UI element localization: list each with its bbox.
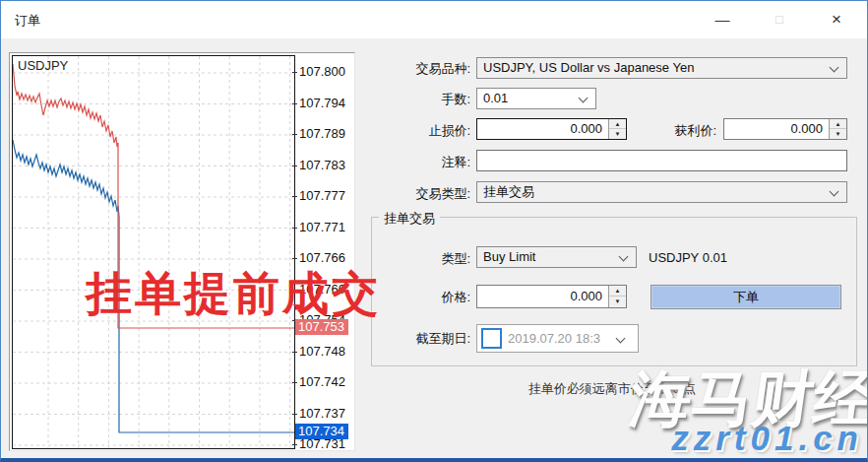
comment-label: 注释: [365, 154, 470, 171]
take-profit-value: 0.000 [724, 119, 827, 139]
axis-price-label: 107.748 [299, 344, 350, 360]
take-profit-stepper[interactable]: ▲ ▼ [829, 119, 846, 139]
price-input[interactable]: 0.000 ▲ ▼ [476, 285, 627, 308]
axis-price-label: 107.766 [299, 250, 350, 266]
spin-up-icon[interactable]: ▲ [830, 119, 846, 129]
axis-price-label: 107.771 [299, 220, 350, 235]
title-bar: 订单 — □ × [1, 1, 867, 38]
chart-lines [13, 56, 294, 448]
chevron-down-icon [830, 63, 839, 73]
site-watermark-name: 海马财经 [625, 358, 868, 440]
axis-price-label: 107.742 [299, 374, 350, 390]
symbol-select[interactable]: USDJPY, US Dollar vs Japanese Yen [476, 57, 847, 79]
symbol-select-value: USDJPY, US Dollar vs Japanese Yen [483, 60, 694, 75]
trade-type-label: 交易类型: [365, 185, 470, 203]
current-price-badge: 107.734 [295, 424, 348, 439]
expiry-label: 截至期日: [365, 330, 470, 348]
volume-label: 手数: [365, 91, 470, 108]
price-value: 0.000 [477, 286, 606, 307]
spin-down-icon[interactable]: ▼ [830, 129, 846, 139]
chevron-down-icon [830, 187, 839, 197]
axis-price-label: 107.794 [299, 96, 350, 111]
chevron-down-icon [619, 252, 629, 262]
order-dialog: 订单 — □ × USDJPY 107.800107.794107.789107… [0, 0, 868, 462]
trade-type-select-value: 挂单交易 [483, 184, 534, 199]
site-watermark-url: zzrt01.cn [671, 419, 863, 458]
volume-select-value: 0.01 [483, 91, 508, 105]
order-summary-text: USDJPY 0.01 [649, 250, 727, 265]
price-stepper[interactable]: ▲ ▼ [608, 286, 626, 307]
axis-price-label: 107.800 [299, 64, 350, 80]
axis-price-label: 107.783 [299, 158, 350, 173]
chevron-down-icon [616, 334, 626, 344]
order-type-label: 类型: [365, 250, 470, 268]
close-icon[interactable]: × [814, 1, 859, 38]
symbol-label: 交易品种: [365, 60, 470, 78]
chart-symbol-label: USDJPY [18, 58, 68, 73]
expiry-control[interactable]: 2019.07.20 18:3 [476, 324, 639, 353]
window-title: 订单 [15, 12, 40, 30]
place-order-button[interactable]: 下单 [651, 285, 841, 309]
expiry-date-value: 2019.07.20 18:3 [508, 331, 600, 346]
stop-loss-value: 0.000 [477, 119, 606, 139]
order-type-select-value: Buy Limit [483, 249, 535, 264]
stop-loss-input[interactable]: 0.000 ▲ ▼ [476, 118, 627, 140]
volume-select[interactable]: 0.01 [476, 88, 596, 109]
take-profit-input[interactable]: 0.000 ▲ ▼ [723, 118, 847, 140]
current-price-badge: 107.753 [295, 319, 348, 335]
axis-price-label: 107.737 [299, 406, 350, 422]
pending-price-hint: 挂单价必须远离市价至少 0 点 [371, 380, 853, 398]
maximize-icon[interactable]: □ [757, 1, 802, 38]
chevron-down-icon [579, 94, 589, 103]
spin-down-icon[interactable]: ▼ [609, 297, 626, 307]
chart-plot-area: USDJPY [12, 55, 295, 449]
expiry-checkbox[interactable] [481, 328, 502, 349]
axis-price-label: 107.760 [299, 282, 350, 297]
spin-up-icon[interactable]: ▲ [609, 286, 626, 297]
stop-loss-label: 止损价: [365, 122, 470, 140]
axis-price-label: 107.777 [299, 188, 350, 204]
trade-type-select[interactable]: 挂单交易 [476, 181, 847, 203]
pending-order-group-title: 挂单交易 [379, 210, 440, 228]
take-profit-label: 获利价: [611, 122, 716, 140]
axis-price-label: 107.789 [299, 126, 350, 142]
minimize-icon[interactable]: — [700, 1, 745, 38]
order-type-select[interactable]: Buy Limit [476, 246, 637, 268]
price-label: 价格: [365, 289, 470, 306]
comment-input[interactable] [476, 150, 847, 171]
